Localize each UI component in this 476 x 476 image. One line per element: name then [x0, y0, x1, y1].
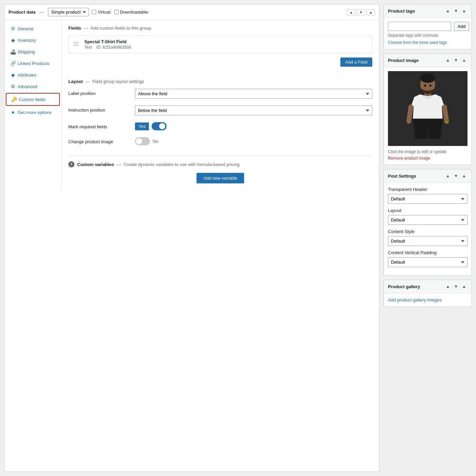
- sidebar-label-inventory: Inventory: [18, 38, 36, 43]
- image-hint: Click the image to edit or update: [388, 149, 468, 154]
- advanced-icon: ⚙: [10, 84, 16, 89]
- product-gallery-collapse-btn[interactable]: ▲: [461, 283, 468, 290]
- label-position-control: Above the field Below the field Left of …: [135, 89, 372, 99]
- product-gallery-up-btn[interactable]: ▲: [444, 283, 451, 290]
- product-image-placeholder[interactable]: [388, 71, 468, 146]
- tags-input-row: Add: [388, 22, 468, 31]
- attributes-icon: ◆: [10, 72, 16, 78]
- add-field-wrap: Add a Field: [68, 58, 372, 72]
- sidebar-item-get-more-options[interactable]: ★ Get more options: [4, 106, 61, 118]
- fields-label: Fields: [68, 26, 81, 31]
- tags-choose-link[interactable]: Choose from the most used tags: [388, 40, 447, 45]
- label-position-select[interactable]: Above the field Below the field Left of …: [135, 89, 372, 99]
- header-arrows: ▲ ▼ ▲: [347, 9, 375, 15]
- product-image-body: Click the image to edit or update Remove…: [384, 67, 472, 165]
- field-id-label: ID:: [96, 45, 101, 50]
- content-vertical-row: Content Vertical Padding Default: [388, 250, 468, 267]
- content-vertical-label: Content Vertical Padding: [388, 250, 468, 255]
- content-vertical-select[interactable]: Default: [388, 257, 468, 267]
- transparent-header-select[interactable]: Default: [388, 194, 468, 204]
- arrow-down-btn[interactable]: ▼: [357, 9, 365, 15]
- instruction-position-select[interactable]: Below the field Above the field Hidden: [135, 105, 372, 115]
- add-variable-section: Add new variable: [68, 173, 372, 183]
- drag-line-1: [73, 42, 79, 43]
- post-settings-collapse-btn[interactable]: ▲: [461, 173, 468, 179]
- add-variable-button[interactable]: Add new variable: [197, 173, 244, 183]
- product-type-select[interactable]: Simple product: [48, 8, 89, 16]
- product-gallery-widget: Product gallery ▲ ▼ ▲ Add product galler…: [384, 280, 472, 307]
- virtual-check[interactable]: Virtual:: [92, 10, 111, 15]
- product-image-container[interactable]: [388, 71, 468, 146]
- arrow-up-btn[interactable]: ▲: [347, 9, 355, 15]
- tags-hint: Separate tags with commas: [388, 33, 468, 38]
- sidebar-label-advanced: Advanced: [18, 84, 37, 89]
- add-field-button[interactable]: Add a Field: [340, 58, 372, 67]
- sidebar-item-attributes[interactable]: ◆ Attributes: [4, 69, 61, 81]
- product-data-label: Product data: [8, 10, 35, 15]
- field-info: Special T-Shirt Field Text ID: 62f1a4b8b…: [84, 39, 367, 50]
- sidebar-label-get-more-options: Get more options: [18, 110, 52, 115]
- product-image-up-btn[interactable]: ▲: [444, 57, 451, 63]
- content-style-row: Content Style Default: [388, 229, 468, 246]
- product-tags-collapse-btn[interactable]: ▲: [461, 8, 468, 14]
- product-gallery-body: Add product gallery images: [384, 293, 472, 307]
- field-row: Special T-Shirt Field Text ID: 62f1a4b8b…: [68, 35, 372, 53]
- layout-sub: Field group layout settings: [92, 79, 144, 84]
- content-style-label: Content Style: [388, 229, 468, 234]
- post-settings-down-btn[interactable]: ▼: [453, 173, 459, 179]
- product-gallery-down-btn[interactable]: ▼: [453, 283, 459, 290]
- sidebar-label-attributes: Attributes: [18, 72, 36, 78]
- add-gallery-images-link[interactable]: Add product gallery images: [388, 297, 442, 302]
- change-product-toggle[interactable]: [135, 137, 150, 145]
- post-settings-body: Transparent Header Default Layout Defaul…: [384, 183, 472, 275]
- sidebar-item-advanced[interactable]: ⚙ Advanced: [4, 81, 61, 92]
- sidebar-item-inventory[interactable]: ◆ Inventory: [4, 34, 61, 46]
- arrow-collapse-btn[interactable]: ▲: [367, 9, 375, 15]
- sidebar-item-general[interactable]: ⚙ General: [4, 23, 61, 34]
- transparent-header-label: Transparent Header: [388, 187, 468, 192]
- virtual-label: Virtual:: [98, 10, 111, 15]
- mark-required-toggle[interactable]: [152, 122, 167, 130]
- post-settings-arrows: ▲ ▼ ▲: [444, 173, 468, 179]
- sidebar-item-shipping[interactable]: 🚢 Shipping: [4, 46, 61, 58]
- product-image-svg: [388, 71, 468, 146]
- downloadable-check[interactable]: Downloadable:: [114, 10, 149, 15]
- product-tags-down-btn[interactable]: ▼: [453, 8, 459, 14]
- drag-handle[interactable]: [73, 42, 80, 47]
- field-meta: Text ID: 62f1a4b8b350d: [84, 45, 367, 50]
- product-image-down-btn[interactable]: ▼: [453, 57, 459, 63]
- drag-line-3: [73, 45, 79, 46]
- tags-add-button[interactable]: Add: [454, 22, 469, 31]
- shipping-icon: 🚢: [10, 49, 16, 54]
- right-panel: Product tags ▲ ▼ ▲ Add Separate tags wit…: [384, 4, 472, 472]
- sidebar-item-custom-fields[interactable]: 🔑 Custom fields: [6, 93, 60, 106]
- virtual-checkbox[interactable]: [92, 10, 96, 14]
- custom-vars-help-icon[interactable]: ?: [68, 161, 74, 167]
- svg-rect-6: [445, 121, 449, 124]
- tags-input[interactable]: [388, 22, 451, 31]
- content-area: Fields — Add custom fields to this group…: [62, 20, 379, 189]
- product-data-header: Product data — Simple product Virtual: D…: [4, 4, 379, 20]
- field-name: Special T-Shirt Field: [84, 39, 367, 44]
- product-tags-up-btn[interactable]: ▲: [444, 8, 451, 14]
- product-tags-header: Product tags ▲ ▼ ▲: [384, 4, 472, 18]
- content-style-select[interactable]: Default: [388, 236, 468, 246]
- product-gallery-arrows: ▲ ▼ ▲: [444, 283, 468, 290]
- custom-vars-label: Custom variables: [77, 162, 114, 167]
- svg-point-5: [429, 84, 431, 87]
- sidebar-label-custom-fields: Custom fields: [19, 97, 46, 102]
- product-image-header: Product image ▲ ▼ ▲: [384, 54, 472, 67]
- toggle-slider-required: [152, 122, 167, 130]
- fields-sub: Add custom fields to this group.: [90, 26, 152, 31]
- product-image-title: Product image: [388, 58, 419, 63]
- downloadable-checkbox[interactable]: [114, 10, 119, 14]
- post-settings-up-btn[interactable]: ▲: [444, 173, 451, 179]
- instruction-position-control: Below the field Above the field Hidden: [135, 105, 372, 115]
- product-image-collapse-btn[interactable]: ▲: [461, 57, 468, 63]
- remove-image-link[interactable]: Remove product image: [388, 156, 430, 161]
- sidebar-label-shipping: Shipping: [18, 49, 35, 54]
- post-settings-title: Post Settings: [388, 174, 416, 179]
- layout-label: Layout: [68, 79, 83, 84]
- layout-select[interactable]: Default: [388, 215, 468, 225]
- sidebar-item-linked-products[interactable]: 🔗 Linked Products: [4, 58, 61, 69]
